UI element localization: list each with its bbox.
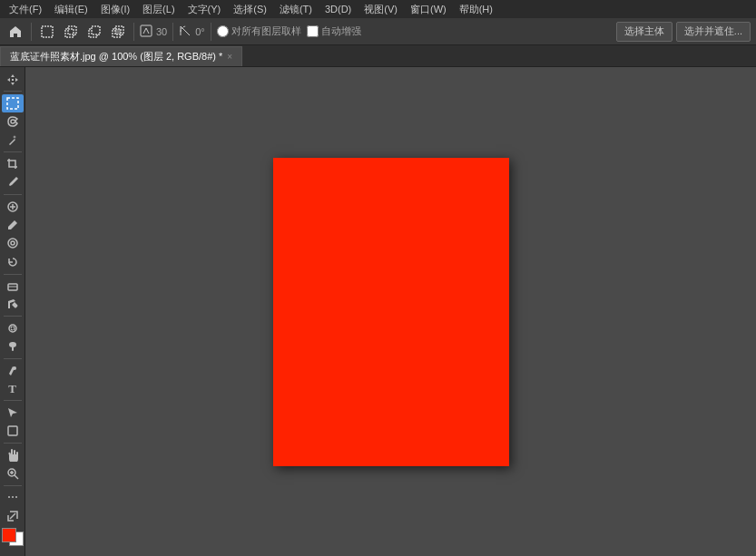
home-button[interactable] xyxy=(5,22,25,42)
tool-sep-9 xyxy=(4,485,22,486)
menu-image[interactable]: 图像(I) xyxy=(95,2,135,17)
menu-help[interactable]: 帮助(H) xyxy=(454,2,498,17)
canvas-container xyxy=(273,158,509,466)
auto-enhance-text: 自动增强 xyxy=(321,24,361,38)
svg-rect-24 xyxy=(15,496,17,498)
tool-history[interactable] xyxy=(2,253,24,270)
tool-zoom[interactable] xyxy=(2,464,24,482)
tool-heal[interactable] xyxy=(2,198,24,215)
tab-bar: 蓝底证件照素材.jpg @ 100% (图层 2, RGB/8#) * × xyxy=(0,45,756,67)
svg-rect-4 xyxy=(92,26,100,34)
checkboxes-group: 对所有图层取样 自动增强 xyxy=(217,24,361,38)
auto-enhance-label[interactable]: 自动增强 xyxy=(307,24,361,38)
all-layers-label[interactable]: 对所有图层取样 xyxy=(217,24,301,38)
intersect-selection-button[interactable] xyxy=(108,22,128,42)
svg-rect-18 xyxy=(12,346,14,351)
tool-path-select[interactable] xyxy=(2,404,24,421)
tool-crop[interactable] xyxy=(2,155,24,172)
tool-move[interactable] xyxy=(2,71,24,88)
canvas-area xyxy=(25,67,756,556)
tool-sep-4 xyxy=(4,274,22,275)
tool-sep-2 xyxy=(4,151,22,152)
tool-sep-5 xyxy=(4,316,22,317)
svg-rect-7 xyxy=(115,29,121,34)
separator-3 xyxy=(172,23,173,41)
svg-rect-2 xyxy=(68,26,76,34)
auto-enhance-checkbox[interactable] xyxy=(307,25,319,37)
svg-rect-20 xyxy=(8,426,17,435)
tool-magic-wand[interactable] xyxy=(2,132,24,149)
tool-transform[interactable] xyxy=(2,507,24,524)
tool-dodge[interactable] xyxy=(2,337,24,355)
tab-close-button[interactable]: × xyxy=(227,52,232,62)
menu-file[interactable]: 文件(F) xyxy=(4,2,47,17)
tool-rect-select[interactable] xyxy=(2,94,24,112)
svg-rect-10 xyxy=(7,98,18,109)
menu-text[interactable]: 文字(Y) xyxy=(182,2,227,17)
tool-brush[interactable] xyxy=(2,216,24,233)
tool-eyedropper[interactable] xyxy=(2,174,24,191)
tool-eraser[interactable] xyxy=(2,277,24,294)
tab-main[interactable]: 蓝底证件照素材.jpg @ 100% (图层 2, RGB/8#) * × xyxy=(0,46,242,66)
menu-layer[interactable]: 图层(L) xyxy=(137,2,180,17)
color-swatches[interactable] xyxy=(2,528,24,545)
tool-extra[interactable] xyxy=(2,488,24,505)
tool-sep-3 xyxy=(4,194,22,195)
svg-rect-1 xyxy=(65,29,74,37)
tool-hand[interactable] xyxy=(2,446,24,463)
svg-point-16 xyxy=(11,327,15,330)
all-layers-text: 对所有图层取样 xyxy=(231,24,301,38)
tool-sep-8 xyxy=(4,443,22,444)
all-layers-radio[interactable] xyxy=(217,25,229,37)
toolbox: T xyxy=(0,67,25,556)
new-selection-button[interactable] xyxy=(37,22,57,42)
angle-value: 0° xyxy=(195,26,205,37)
tolerance-value: 30 xyxy=(156,26,167,37)
svg-point-19 xyxy=(13,366,16,370)
select-subject-button[interactable]: 选择主体 xyxy=(616,22,673,42)
main-canvas[interactable] xyxy=(273,158,509,466)
options-bar: 30 0° 对所有图层取样 自动增强 选择主体 选并并遮住... xyxy=(0,18,756,45)
tolerance-icon-label xyxy=(140,24,152,39)
svg-rect-8 xyxy=(141,25,152,36)
menu-select[interactable]: 选择(S) xyxy=(228,2,272,17)
separator-1 xyxy=(31,23,32,41)
svg-point-13 xyxy=(11,241,15,245)
subtract-selection-button[interactable] xyxy=(84,22,104,42)
tool-sep-1 xyxy=(4,91,22,92)
menu-edit[interactable]: 编辑(E) xyxy=(49,2,93,17)
tool-lasso[interactable] xyxy=(2,113,24,131)
tool-blur[interactable] xyxy=(2,319,24,337)
svg-rect-9 xyxy=(12,79,14,81)
tool-type[interactable]: T xyxy=(2,380,24,397)
menu-filter[interactable]: 滤镜(T) xyxy=(274,2,318,17)
svg-rect-0 xyxy=(42,26,53,37)
menu-view[interactable]: 视图(V) xyxy=(358,2,403,17)
tab-label: 蓝底证件照素材.jpg @ 100% (图层 2, RGB/8#) * xyxy=(10,50,222,63)
svg-rect-23 xyxy=(12,496,14,498)
svg-point-15 xyxy=(9,325,16,332)
svg-point-12 xyxy=(8,239,17,248)
tool-sep-7 xyxy=(4,400,22,401)
tool-fill[interactable] xyxy=(2,296,24,313)
menu-bar: 文件(F) 编辑(E) 图像(I) 图层(L) 文字(Y) 选择(S) 滤镜(T… xyxy=(0,0,756,18)
angle-icon xyxy=(179,24,191,39)
main-area: T xyxy=(0,67,756,556)
separator-4 xyxy=(211,23,211,41)
tool-sep-6 xyxy=(4,358,22,359)
select-and-mask-button[interactable]: 选并并遮住... xyxy=(676,22,751,42)
menu-window[interactable]: 窗口(W) xyxy=(405,2,452,17)
separator-2 xyxy=(133,23,134,41)
menu-3d[interactable]: 3D(D) xyxy=(319,3,357,15)
svg-rect-22 xyxy=(8,496,10,498)
tool-pen[interactable] xyxy=(2,362,24,379)
add-selection-button[interactable] xyxy=(61,22,81,42)
foreground-color-swatch[interactable] xyxy=(2,528,16,542)
tool-clone[interactable] xyxy=(2,235,24,252)
tool-shape[interactable] xyxy=(2,423,24,440)
